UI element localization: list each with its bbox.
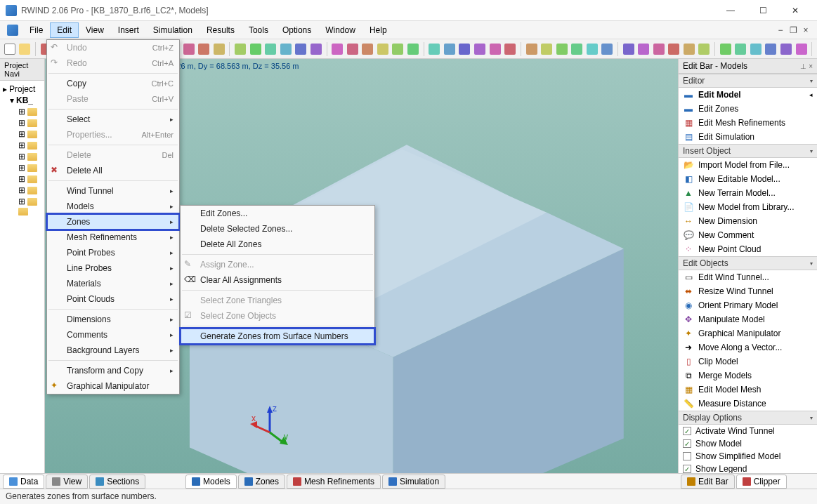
menu-copy[interactable]: CopyCtrl+C	[47, 76, 179, 91]
toolbar-button-10[interactable]	[197, 41, 211, 57]
tree-folder-2[interactable]: ⊞	[3, 128, 41, 140]
menu-transform-copy[interactable]: Transform and Copy▸	[47, 363, 179, 378]
new-dimension-item[interactable]: ↔New Dimension	[679, 214, 817, 228]
toolbar-button-38[interactable]	[652, 41, 666, 57]
graph-manip-item[interactable]: ✦Graphical Manipulator	[679, 326, 817, 340]
toolbar-button-33[interactable]	[570, 41, 584, 57]
toolbar-button-29[interactable]	[503, 41, 517, 57]
toolbar-button-19[interactable]	[346, 41, 360, 57]
toolbar-button-9[interactable]	[182, 41, 196, 57]
menu-background-layers[interactable]: Background Layers▸	[47, 343, 179, 358]
merge-models-item[interactable]: ⧉Merge Models	[679, 369, 817, 383]
edit-zones-item[interactable]: ▬Edit Zones	[679, 102, 817, 116]
toolbar-button-16[interactable]	[294, 41, 308, 57]
menu-tools[interactable]: Tools	[242, 22, 275, 38]
edit-simulation-item[interactable]: ▤Edit Simulation	[679, 130, 817, 144]
zones-delete-all[interactable]: Delete All Zones	[181, 237, 374, 252]
toolbar-button-34[interactable]	[585, 41, 599, 57]
toolbar-button-35[interactable]	[600, 41, 614, 57]
tab-editbar[interactable]: Edit Bar	[681, 475, 735, 489]
toolbar-button-21[interactable]	[376, 41, 390, 57]
edit-mesh-item[interactable]: ▦Edit Mesh Refinements	[679, 116, 817, 130]
menu-paste[interactable]: PasteCtrl+V	[47, 91, 179, 107]
tree-folder-3[interactable]: ⊞	[3, 140, 41, 151]
import-model-item[interactable]: 📂Import Model from File...	[679, 158, 817, 172]
menu-redo[interactable]: ↷RedoCtrl+A	[47, 55, 179, 71]
toolbar-button-15[interactable]	[279, 41, 293, 57]
menu-options[interactable]: Options	[275, 22, 318, 38]
menu-wind-tunnel[interactable]: Wind Tunnel▸	[47, 183, 179, 199]
tree-folder-0[interactable]: ⊞	[3, 106, 41, 117]
zones-edit[interactable]: Edit Zones...	[181, 206, 374, 221]
menu-window[interactable]: Window	[318, 22, 362, 38]
toolbar-button-46[interactable]	[779, 41, 793, 57]
menu-materials[interactable]: Materials▸	[47, 276, 179, 291]
tree-folder-1[interactable]: ⊞	[3, 117, 41, 128]
menu-delete[interactable]: DeleteDel	[47, 147, 179, 163]
menu-select[interactable]: Select▸	[47, 112, 179, 127]
toolbar-button-12[interactable]	[233, 41, 247, 57]
mdi-close-icon[interactable]: ×	[800, 25, 811, 36]
edit-model-item[interactable]: ▬Edit Model◂	[679, 88, 817, 102]
toolbar-button-17[interactable]	[309, 41, 323, 57]
toolbar-button-40[interactable]	[682, 41, 696, 57]
app-menu-icon[interactable]	[7, 25, 18, 36]
toolbar-button-43[interactable]	[734, 41, 748, 57]
toolbar-button-31[interactable]	[540, 41, 554, 57]
tree-folder-8[interactable]: ⊞	[3, 196, 41, 207]
menu-file[interactable]: File	[22, 22, 50, 38]
menu-edit[interactable]: Edit	[50, 22, 79, 38]
toolbar-button-11[interactable]	[212, 41, 226, 57]
section-insert[interactable]: Insert Object▾	[679, 144, 817, 158]
mdi-restore-icon[interactable]: ❐	[787, 25, 799, 36]
toolbar-button-18[interactable]	[330, 41, 344, 57]
toolbar-button-22[interactable]	[391, 41, 405, 57]
menu-graphical-manip[interactable]: ✦Graphical Manipulator	[47, 378, 179, 394]
toolbar-button-13[interactable]	[249, 41, 263, 57]
menu-zones[interactable]: Zones▸	[47, 214, 179, 230]
axis-gizmo[interactable]: z x y	[249, 404, 291, 446]
zones-delete-selected[interactable]: Delete Selected Zones...	[181, 221, 374, 237]
menu-line-probes[interactable]: Line Probes▸	[47, 260, 179, 276]
tab-mesh[interactable]: Mesh Refinements	[287, 475, 381, 489]
menu-comments[interactable]: Comments▸	[47, 327, 179, 343]
section-edit-objects[interactable]: Edit Objects▾	[679, 256, 817, 270]
maximize-button[interactable]: ☐	[747, 0, 779, 21]
menu-point-probes[interactable]: Point Probes▸	[47, 245, 179, 260]
clip-model-item[interactable]: ▯Clip Model	[679, 354, 817, 369]
show-simplified-item[interactable]: Show Simplified Model	[679, 450, 817, 463]
menu-mesh-refinements[interactable]: Mesh Refinements▸	[47, 230, 179, 245]
toolbar-button-23[interactable]	[406, 41, 420, 57]
zones-assign[interactable]: ✎Assign Zone...	[181, 257, 374, 272]
toolbar-button-27[interactable]	[473, 41, 487, 57]
tree-folder-9[interactable]	[3, 207, 41, 216]
toolbar-button-26[interactable]	[458, 41, 472, 57]
tab-models[interactable]: Models	[185, 475, 237, 489]
toolbar-button-47[interactable]	[795, 41, 809, 57]
tab-data[interactable]: Data	[3, 475, 44, 489]
zones-generate[interactable]: Generate Zones from Surface Numbers	[181, 329, 374, 344]
tree-folder-5[interactable]: ⊞	[3, 162, 41, 173]
resize-wind-item[interactable]: ⬌Resize Wind Tunnel	[679, 284, 817, 298]
menu-undo[interactable]: ↶UndoCtrl+Z	[47, 40, 179, 55]
tab-zones[interactable]: Zones	[238, 475, 285, 489]
zones-clear-all[interactable]: ⌫Clear All Assignments	[181, 272, 374, 288]
toolbar-button-44[interactable]	[749, 41, 763, 57]
tree-folder-4[interactable]: ⊞	[3, 151, 41, 162]
menu-insert[interactable]: Insert	[111, 22, 146, 38]
edit-wind-tunnel-item[interactable]: ▭Edit Wind Tunnel...	[679, 270, 817, 284]
tree-folder-7[interactable]: ⊞	[3, 185, 41, 196]
zones-select-objects[interactable]: ☑Select Zone Objects	[181, 308, 374, 324]
new-pointcloud-item[interactable]: ⁘New Point Cloud	[679, 242, 817, 256]
toolbar-button-25[interactable]	[443, 41, 457, 57]
menu-dimensions[interactable]: Dimensions▸	[47, 312, 179, 327]
manipulate-item[interactable]: ✥Manipulate Model	[679, 312, 817, 326]
menu-view[interactable]: View	[79, 22, 111, 38]
toolbar-button-39[interactable]	[667, 41, 681, 57]
toolbar-button-24[interactable]	[428, 41, 442, 57]
pin-icon[interactable]: ⊥ ×	[800, 62, 813, 70]
menu-point-clouds[interactable]: Point Clouds▸	[47, 291, 179, 307]
new-editable-item[interactable]: ◧New Editable Model...	[679, 172, 817, 186]
toolbar-button-42[interactable]	[719, 41, 733, 57]
minimize-button[interactable]: —	[714, 0, 747, 21]
